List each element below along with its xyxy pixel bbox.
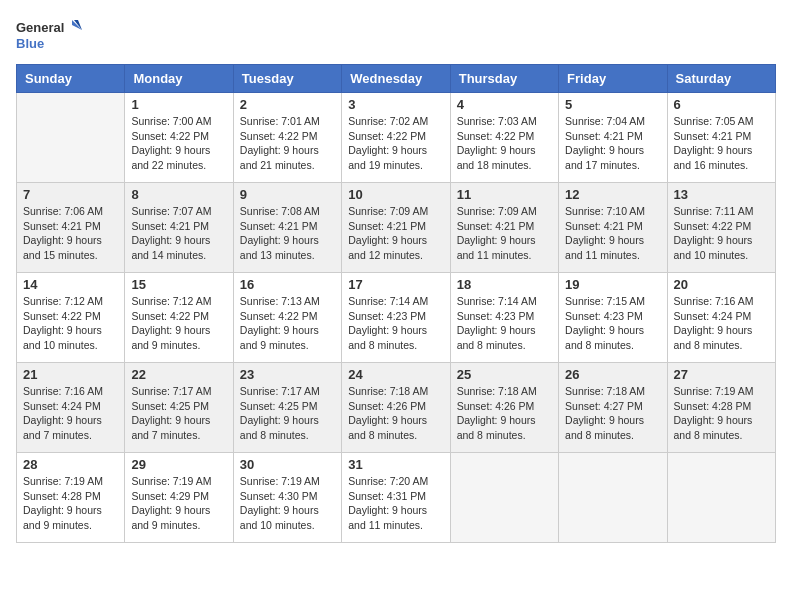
day-number: 29	[131, 457, 226, 472]
calendar-cell: 15Sunrise: 7:12 AMSunset: 4:22 PMDayligh…	[125, 273, 233, 363]
calendar-cell: 3Sunrise: 7:02 AMSunset: 4:22 PMDaylight…	[342, 93, 450, 183]
day-info: Sunrise: 7:02 AMSunset: 4:22 PMDaylight:…	[348, 114, 443, 173]
day-info: Sunrise: 7:18 AMSunset: 4:26 PMDaylight:…	[457, 384, 552, 443]
calendar-cell: 25Sunrise: 7:18 AMSunset: 4:26 PMDayligh…	[450, 363, 558, 453]
day-info: Sunrise: 7:13 AMSunset: 4:22 PMDaylight:…	[240, 294, 335, 353]
calendar-header-row: SundayMondayTuesdayWednesdayThursdayFrid…	[17, 65, 776, 93]
page-header: General Blue	[16, 16, 776, 56]
svg-text:Blue: Blue	[16, 36, 44, 51]
calendar-cell: 13Sunrise: 7:11 AMSunset: 4:22 PMDayligh…	[667, 183, 775, 273]
calendar-table: SundayMondayTuesdayWednesdayThursdayFrid…	[16, 64, 776, 543]
day-number: 19	[565, 277, 660, 292]
calendar-cell: 9Sunrise: 7:08 AMSunset: 4:21 PMDaylight…	[233, 183, 341, 273]
day-number: 6	[674, 97, 769, 112]
day-info: Sunrise: 7:16 AMSunset: 4:24 PMDaylight:…	[23, 384, 118, 443]
day-info: Sunrise: 7:19 AMSunset: 4:28 PMDaylight:…	[674, 384, 769, 443]
calendar-week-row: 28Sunrise: 7:19 AMSunset: 4:28 PMDayligh…	[17, 453, 776, 543]
day-number: 5	[565, 97, 660, 112]
day-info: Sunrise: 7:12 AMSunset: 4:22 PMDaylight:…	[23, 294, 118, 353]
calendar-cell: 7Sunrise: 7:06 AMSunset: 4:21 PMDaylight…	[17, 183, 125, 273]
calendar-cell: 2Sunrise: 7:01 AMSunset: 4:22 PMDaylight…	[233, 93, 341, 183]
day-header-tuesday: Tuesday	[233, 65, 341, 93]
day-header-sunday: Sunday	[17, 65, 125, 93]
day-info: Sunrise: 7:19 AMSunset: 4:29 PMDaylight:…	[131, 474, 226, 533]
day-header-thursday: Thursday	[450, 65, 558, 93]
day-info: Sunrise: 7:01 AMSunset: 4:22 PMDaylight:…	[240, 114, 335, 173]
day-number: 13	[674, 187, 769, 202]
day-header-saturday: Saturday	[667, 65, 775, 93]
day-info: Sunrise: 7:10 AMSunset: 4:21 PMDaylight:…	[565, 204, 660, 263]
day-number: 12	[565, 187, 660, 202]
calendar-cell: 14Sunrise: 7:12 AMSunset: 4:22 PMDayligh…	[17, 273, 125, 363]
day-number: 28	[23, 457, 118, 472]
day-number: 30	[240, 457, 335, 472]
day-number: 8	[131, 187, 226, 202]
day-number: 25	[457, 367, 552, 382]
day-info: Sunrise: 7:18 AMSunset: 4:26 PMDaylight:…	[348, 384, 443, 443]
calendar-cell	[667, 453, 775, 543]
day-number: 18	[457, 277, 552, 292]
day-info: Sunrise: 7:08 AMSunset: 4:21 PMDaylight:…	[240, 204, 335, 263]
day-info: Sunrise: 7:14 AMSunset: 4:23 PMDaylight:…	[457, 294, 552, 353]
day-info: Sunrise: 7:17 AMSunset: 4:25 PMDaylight:…	[131, 384, 226, 443]
calendar-cell: 1Sunrise: 7:00 AMSunset: 4:22 PMDaylight…	[125, 93, 233, 183]
day-info: Sunrise: 7:03 AMSunset: 4:22 PMDaylight:…	[457, 114, 552, 173]
day-info: Sunrise: 7:19 AMSunset: 4:30 PMDaylight:…	[240, 474, 335, 533]
calendar-cell: 26Sunrise: 7:18 AMSunset: 4:27 PMDayligh…	[559, 363, 667, 453]
day-number: 4	[457, 97, 552, 112]
day-info: Sunrise: 7:20 AMSunset: 4:31 PMDaylight:…	[348, 474, 443, 533]
day-info: Sunrise: 7:17 AMSunset: 4:25 PMDaylight:…	[240, 384, 335, 443]
day-info: Sunrise: 7:19 AMSunset: 4:28 PMDaylight:…	[23, 474, 118, 533]
calendar-cell: 22Sunrise: 7:17 AMSunset: 4:25 PMDayligh…	[125, 363, 233, 453]
calendar-week-row: 1Sunrise: 7:00 AMSunset: 4:22 PMDaylight…	[17, 93, 776, 183]
day-number: 3	[348, 97, 443, 112]
day-number: 1	[131, 97, 226, 112]
calendar-cell: 31Sunrise: 7:20 AMSunset: 4:31 PMDayligh…	[342, 453, 450, 543]
calendar-week-row: 21Sunrise: 7:16 AMSunset: 4:24 PMDayligh…	[17, 363, 776, 453]
calendar-cell: 28Sunrise: 7:19 AMSunset: 4:28 PMDayligh…	[17, 453, 125, 543]
day-number: 22	[131, 367, 226, 382]
day-info: Sunrise: 7:09 AMSunset: 4:21 PMDaylight:…	[457, 204, 552, 263]
day-info: Sunrise: 7:14 AMSunset: 4:23 PMDaylight:…	[348, 294, 443, 353]
calendar-cell: 5Sunrise: 7:04 AMSunset: 4:21 PMDaylight…	[559, 93, 667, 183]
day-number: 21	[23, 367, 118, 382]
day-number: 9	[240, 187, 335, 202]
day-info: Sunrise: 7:05 AMSunset: 4:21 PMDaylight:…	[674, 114, 769, 173]
day-number: 26	[565, 367, 660, 382]
svg-text:General: General	[16, 20, 64, 35]
day-number: 16	[240, 277, 335, 292]
day-info: Sunrise: 7:16 AMSunset: 4:24 PMDaylight:…	[674, 294, 769, 353]
calendar-cell	[559, 453, 667, 543]
day-number: 17	[348, 277, 443, 292]
day-info: Sunrise: 7:15 AMSunset: 4:23 PMDaylight:…	[565, 294, 660, 353]
day-info: Sunrise: 7:07 AMSunset: 4:21 PMDaylight:…	[131, 204, 226, 263]
calendar-cell: 17Sunrise: 7:14 AMSunset: 4:23 PMDayligh…	[342, 273, 450, 363]
day-info: Sunrise: 7:11 AMSunset: 4:22 PMDaylight:…	[674, 204, 769, 263]
day-number: 20	[674, 277, 769, 292]
calendar-cell	[450, 453, 558, 543]
calendar-cell: 8Sunrise: 7:07 AMSunset: 4:21 PMDaylight…	[125, 183, 233, 273]
day-number: 15	[131, 277, 226, 292]
calendar-cell: 29Sunrise: 7:19 AMSunset: 4:29 PMDayligh…	[125, 453, 233, 543]
calendar-cell: 24Sunrise: 7:18 AMSunset: 4:26 PMDayligh…	[342, 363, 450, 453]
day-info: Sunrise: 7:18 AMSunset: 4:27 PMDaylight:…	[565, 384, 660, 443]
day-info: Sunrise: 7:06 AMSunset: 4:21 PMDaylight:…	[23, 204, 118, 263]
calendar-cell: 27Sunrise: 7:19 AMSunset: 4:28 PMDayligh…	[667, 363, 775, 453]
logo-icon: General Blue	[16, 16, 86, 56]
calendar-cell: 4Sunrise: 7:03 AMSunset: 4:22 PMDaylight…	[450, 93, 558, 183]
calendar-week-row: 14Sunrise: 7:12 AMSunset: 4:22 PMDayligh…	[17, 273, 776, 363]
day-number: 31	[348, 457, 443, 472]
day-number: 10	[348, 187, 443, 202]
day-number: 11	[457, 187, 552, 202]
day-number: 23	[240, 367, 335, 382]
calendar-cell: 20Sunrise: 7:16 AMSunset: 4:24 PMDayligh…	[667, 273, 775, 363]
day-number: 24	[348, 367, 443, 382]
calendar-cell: 12Sunrise: 7:10 AMSunset: 4:21 PMDayligh…	[559, 183, 667, 273]
calendar-cell: 21Sunrise: 7:16 AMSunset: 4:24 PMDayligh…	[17, 363, 125, 453]
calendar-cell	[17, 93, 125, 183]
logo: General Blue	[16, 16, 86, 56]
calendar-cell: 6Sunrise: 7:05 AMSunset: 4:21 PMDaylight…	[667, 93, 775, 183]
day-header-monday: Monday	[125, 65, 233, 93]
day-info: Sunrise: 7:09 AMSunset: 4:21 PMDaylight:…	[348, 204, 443, 263]
day-info: Sunrise: 7:12 AMSunset: 4:22 PMDaylight:…	[131, 294, 226, 353]
